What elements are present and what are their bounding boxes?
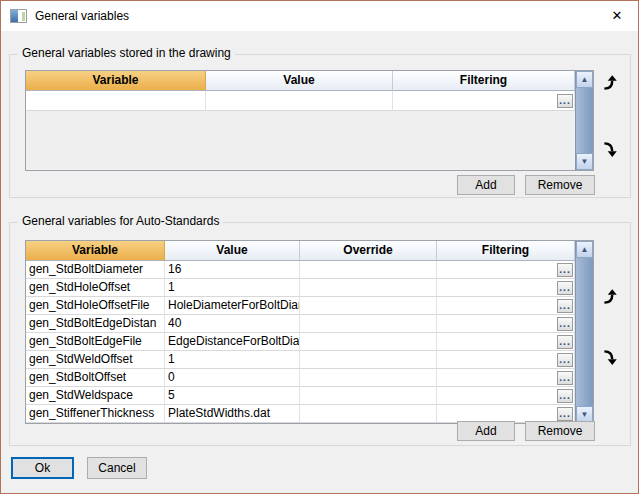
remove-button[interactable]: Remove xyxy=(525,421,595,441)
cell-text: 1 xyxy=(168,280,175,294)
browse-ellipsis-button[interactable]: ... xyxy=(557,371,573,385)
column-header[interactable]: Variable xyxy=(26,71,206,91)
table-cell[interactable] xyxy=(206,91,393,111)
add-button[interactable]: Add xyxy=(457,175,515,195)
cell-text: EdgeDistanceForBoltDiam xyxy=(168,334,300,348)
table-row[interactable]: gen_StdWeldOffset1... xyxy=(26,351,593,369)
browse-ellipsis-button[interactable]: ... xyxy=(557,299,573,313)
table-cell[interactable] xyxy=(300,315,437,333)
auto-standards-table-header: VariableValueOverrideFiltering xyxy=(26,241,593,261)
cell-text: gen_StiffenerThickness xyxy=(29,406,154,420)
table-cell[interactable]: ... xyxy=(437,297,575,315)
cell-text: gen_StdBoltDiameter xyxy=(29,262,143,276)
table-cell[interactable]: gen_StdBoltDiameter xyxy=(26,261,165,279)
scroll-up-icon[interactable]: ▲ xyxy=(576,71,593,88)
table-cell[interactable]: gen_StdHoleOffset xyxy=(26,279,165,297)
table-cell[interactable]: gen_StdBoltOffset xyxy=(26,369,165,387)
drawing-variables-table[interactable]: VariableValueFiltering ... ▲ ▼ xyxy=(25,70,594,171)
table-row[interactable]: gen_StdBoltOffset0... xyxy=(26,369,593,387)
table-cell[interactable]: gen_StdBoltEdgeDistan xyxy=(26,315,165,333)
column-header[interactable]: Value xyxy=(206,71,393,91)
scroll-down-icon[interactable]: ▼ xyxy=(576,153,593,170)
column-header[interactable]: Filtering xyxy=(437,241,575,261)
column-header[interactable]: Override xyxy=(300,241,437,261)
vertical-scrollbar[interactable]: ▲ ▼ xyxy=(575,241,593,423)
table-cell[interactable]: HoleDiameterForBoltDiam xyxy=(165,297,300,315)
table-cell[interactable] xyxy=(300,333,437,351)
table-cell[interactable]: 40 xyxy=(165,315,300,333)
group-auto-standards-label: General variables for Auto-Standards xyxy=(18,214,223,228)
cell-text: PlateStdWidths.dat xyxy=(168,406,270,420)
table-cell[interactable] xyxy=(300,405,437,423)
add-button[interactable]: Add xyxy=(457,421,515,441)
table-cell[interactable]: gen_StdWeldOffset xyxy=(26,351,165,369)
table-cell[interactable] xyxy=(300,387,437,405)
cell-text: gen_StdHoleOffset xyxy=(29,280,130,294)
table-row[interactable]: gen_StdHoleOffset1... xyxy=(26,279,593,297)
scroll-up-icon[interactable]: ▲ xyxy=(576,241,593,258)
browse-ellipsis-button[interactable]: ... xyxy=(557,94,573,108)
cell-text: 0 xyxy=(168,370,175,384)
table-cell[interactable]: ... xyxy=(437,279,575,297)
cell-text: 40 xyxy=(168,316,181,330)
table-cell[interactable] xyxy=(300,351,437,369)
auto-standards-table[interactable]: VariableValueOverrideFiltering gen_StdBo… xyxy=(25,240,594,424)
browse-ellipsis-button[interactable]: ... xyxy=(557,407,573,421)
table-row[interactable]: gen_StdBoltDiameter16... xyxy=(26,261,593,279)
table-cell[interactable]: gen_StdWeldspace xyxy=(26,387,165,405)
browse-ellipsis-button[interactable]: ... xyxy=(557,389,573,403)
table-cell[interactable]: EdgeDistanceForBoltDiam xyxy=(165,333,300,351)
browse-ellipsis-button[interactable]: ... xyxy=(557,263,573,277)
remove-button[interactable]: Remove xyxy=(525,175,595,195)
column-header[interactable]: Variable xyxy=(26,241,165,261)
table-cell[interactable]: 1 xyxy=(165,279,300,297)
move-down-button[interactable] xyxy=(600,348,620,368)
table-cell[interactable]: 1 xyxy=(165,351,300,369)
table-cell[interactable]: ... xyxy=(437,333,575,351)
table-row[interactable]: ... xyxy=(26,91,593,111)
move-up-button[interactable] xyxy=(600,288,620,308)
group-drawing-variables-label: General variables stored in the drawing xyxy=(18,46,235,60)
table-cell[interactable] xyxy=(26,91,206,111)
table-cell[interactable] xyxy=(300,279,437,297)
table-cell[interactable] xyxy=(300,369,437,387)
table-row[interactable]: gen_StdWeldspace5... xyxy=(26,387,593,405)
table-cell[interactable]: 5 xyxy=(165,387,300,405)
table-cell[interactable] xyxy=(300,261,437,279)
move-up-icon xyxy=(601,74,619,92)
browse-ellipsis-button[interactable]: ... xyxy=(557,317,573,331)
browse-ellipsis-button[interactable]: ... xyxy=(557,281,573,295)
vertical-scrollbar[interactable]: ▲ ▼ xyxy=(575,71,593,170)
browse-ellipsis-button[interactable]: ... xyxy=(557,353,573,367)
column-header[interactable]: Value xyxy=(165,241,300,261)
drawing-table-header: VariableValueFiltering xyxy=(26,71,593,91)
close-icon[interactable]: ✕ xyxy=(604,6,630,26)
titlebar[interactable]: General variables ✕ xyxy=(1,1,638,31)
app-icon xyxy=(10,9,27,23)
table-cell[interactable]: 0 xyxy=(165,369,300,387)
move-up-icon xyxy=(601,288,619,306)
table-cell[interactable]: ... xyxy=(437,261,575,279)
column-header[interactable]: Filtering xyxy=(393,71,575,91)
table-cell[interactable] xyxy=(300,297,437,315)
move-down-button[interactable] xyxy=(600,140,620,160)
table-cell[interactable]: gen_StdHoleOffsetFile xyxy=(26,297,165,315)
table-cell[interactable]: ... xyxy=(393,91,575,111)
table-cell[interactable]: 16 xyxy=(165,261,300,279)
cell-text: HoleDiameterForBoltDiam xyxy=(168,298,300,312)
table-cell[interactable]: ... xyxy=(437,369,575,387)
table-cell[interactable]: ... xyxy=(437,351,575,369)
table-cell[interactable]: ... xyxy=(437,387,575,405)
table-row[interactable]: gen_StdHoleOffsetFileHoleDiameterForBolt… xyxy=(26,297,593,315)
group-drawing-variables: General variables stored in the drawing … xyxy=(9,54,631,198)
table-cell[interactable]: gen_StdBoltEdgeFile xyxy=(26,333,165,351)
move-up-button[interactable] xyxy=(600,74,620,94)
table-cell[interactable]: PlateStdWidths.dat xyxy=(165,405,300,423)
table-cell[interactable]: ... xyxy=(437,315,575,333)
table-row[interactable]: gen_StdBoltEdgeFileEdgeDistanceForBoltDi… xyxy=(26,333,593,351)
ok-button[interactable]: Ok xyxy=(11,457,74,479)
table-row[interactable]: gen_StdBoltEdgeDistan40... xyxy=(26,315,593,333)
browse-ellipsis-button[interactable]: ... xyxy=(557,335,573,349)
cancel-button[interactable]: Cancel xyxy=(87,457,147,479)
table-cell[interactable]: gen_StiffenerThickness xyxy=(26,405,165,423)
